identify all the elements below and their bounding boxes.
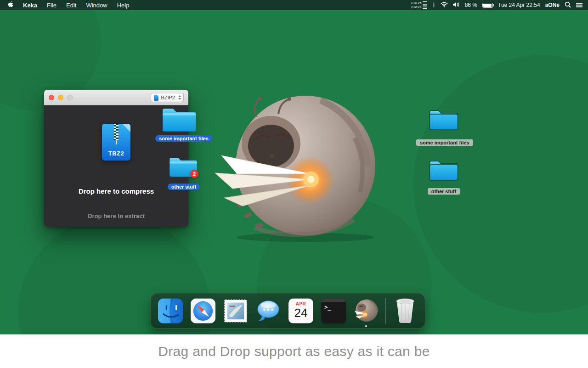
menu-file[interactable]: File <box>47 2 57 9</box>
dock-icon-trash[interactable] <box>392 298 418 324</box>
wifi-icon[interactable] <box>441 2 448 9</box>
terminal-prompt: >_ <box>324 304 331 310</box>
minimize-button[interactable] <box>58 95 63 100</box>
dragged-folder-1[interactable] <box>161 105 198 135</box>
desktop-folder-2-label: other stuff <box>425 188 462 195</box>
tbz2-file-icon: TBZ2 <box>102 124 130 161</box>
battery-percent: 86 % <box>465 2 477 8</box>
dock-icon-keka[interactable] <box>353 298 379 324</box>
chevron-updown-icon <box>178 95 181 100</box>
desktop: Keka File Edit Window Help 0 kB/s 0 kB/s… <box>0 0 588 368</box>
dock-icon-safari[interactable] <box>190 298 216 324</box>
caption-bar: Drag and Drop support as easy as it can … <box>0 334 588 368</box>
dock-icon-calendar[interactable]: APR 24 <box>288 298 314 324</box>
dragged-folder-2-label: other stuff <box>163 184 205 190</box>
desktop-folder-2[interactable] <box>428 157 459 184</box>
menu-help[interactable]: Help <box>117 2 130 9</box>
menu-bar: Keka File Edit Window Help 0 kB/s 0 kB/s… <box>0 0 588 10</box>
dock-icon-mail[interactable] <box>222 298 249 324</box>
dock-icon-terminal[interactable]: >_ <box>320 298 347 324</box>
calendar-day: 24 <box>294 306 308 320</box>
menu-edit[interactable]: Edit <box>66 2 76 9</box>
desktop-folder-1[interactable] <box>428 107 459 134</box>
menu-window[interactable]: Window <box>86 2 107 9</box>
dock-icon-finder[interactable] <box>157 298 184 324</box>
caption-text: Drag and Drop support as easy as it can … <box>158 344 430 359</box>
apple-menu-icon[interactable] <box>7 1 13 9</box>
drop-zone-extract[interactable]: Drop here to extract <box>44 213 188 219</box>
user-account[interactable]: aONe <box>545 2 560 8</box>
net-bars-icon <box>423 1 427 5</box>
format-select[interactable]: BZIP2 <box>151 93 184 102</box>
battery-icon[interactable] <box>482 3 493 8</box>
net-down-value: 0 kB/s <box>411 5 421 9</box>
format-file-icon <box>154 95 158 101</box>
tbz2-label: TBZ2 <box>108 150 124 157</box>
menu-clock[interactable]: Tue 24 Apr 22:54 <box>498 2 540 8</box>
drag-count-badge: 2 <box>190 170 198 178</box>
format-value: BZIP2 <box>161 95 175 100</box>
volume-icon[interactable] <box>453 2 460 9</box>
network-meter[interactable]: 0 kB/s 0 kB/s <box>411 1 427 9</box>
menu-app-name[interactable]: Keka <box>23 2 37 9</box>
dock-icon-messages[interactable] <box>255 298 282 324</box>
dragged-folder-1-label: some important files <box>153 135 214 142</box>
running-indicator <box>365 325 367 327</box>
desktop-folder-1-label: some important files <box>416 139 471 146</box>
close-button[interactable] <box>49 95 54 100</box>
zipper-icon <box>114 124 119 140</box>
dock-separator <box>385 298 386 324</box>
notification-center-icon[interactable] <box>576 3 582 7</box>
bluetooth-icon[interactable]: ᛒ <box>432 2 435 8</box>
spotlight-search-icon[interactable] <box>565 1 571 9</box>
keka-mascot-illustration <box>198 87 381 244</box>
dock: APR 24 >_ <box>150 293 425 329</box>
net-up-value: 0 kB/s <box>411 1 421 5</box>
window-titlebar[interactable]: BZIP2 <box>44 90 188 105</box>
zoom-button[interactable] <box>67 95 73 100</box>
net-bars-icon <box>423 6 427 9</box>
